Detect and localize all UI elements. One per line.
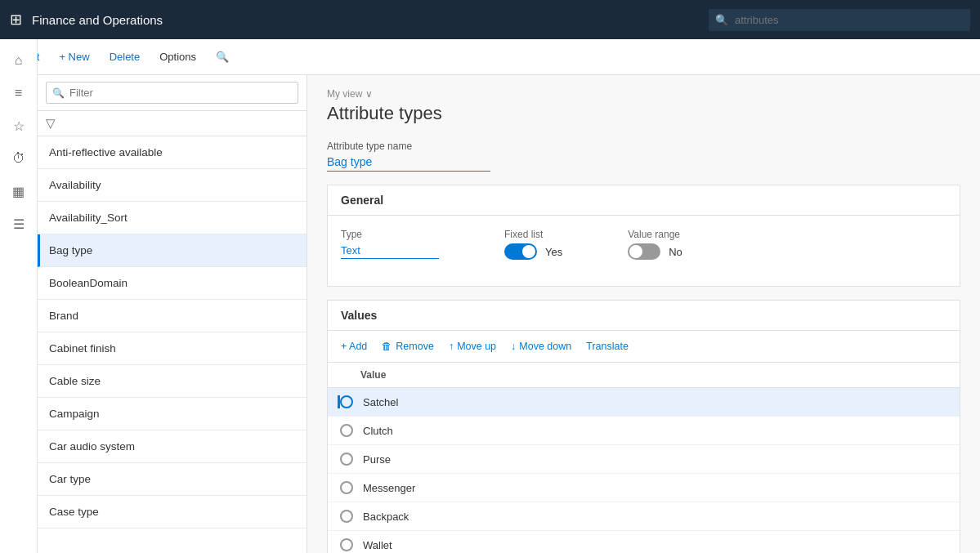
list-item-cabinet-finish[interactable]: Cabinet finish <box>38 332 307 365</box>
list-item-cable-size[interactable]: Cable size <box>38 365 307 398</box>
list-item-bag-type[interactable]: Bag type <box>38 234 307 267</box>
global-search-icon: 🔍 <box>715 14 728 26</box>
fixed-list-toggle-knob <box>522 245 535 258</box>
list-item-boolean-domain[interactable]: BooleanDomain <box>38 267 307 300</box>
value-row-messenger[interactable]: Messenger <box>328 474 960 502</box>
type-value[interactable]: Text <box>341 244 439 259</box>
values-header-row: Value <box>328 363 960 388</box>
value-range-toggle-label: No <box>669 246 682 258</box>
row-radio-wallet[interactable] <box>340 538 353 551</box>
row-label-backpack: Backpack <box>363 511 409 523</box>
move-up-button[interactable]: ↑ Move up <box>442 337 503 355</box>
row-label-messenger: Messenger <box>363 482 415 494</box>
chevron-down-icon: ∨ <box>365 88 373 100</box>
list-item-availability-sort[interactable]: Availability_Sort <box>38 202 307 234</box>
menu-lines-icon[interactable]: ≡ <box>4 78 34 108</box>
value-row-wallet[interactable]: Wallet <box>328 531 960 553</box>
general-grid: Type Text Fixed list Yes <box>341 229 946 273</box>
row-label-wallet: Wallet <box>363 539 392 551</box>
main-layout: 🔍 ▽ Anti-reflective availableAvailabilit… <box>38 75 980 553</box>
top-bar: ⊞ Finance and Operations 🔍 <box>0 0 980 39</box>
filter-bar: ▽ <box>38 111 307 136</box>
search-toolbar-button[interactable]: 🔍 <box>208 46 237 68</box>
remove-icon: 🗑 <box>382 341 392 352</box>
fixed-list-field-group: Fixed list Yes <box>504 229 562 260</box>
add-value-button[interactable]: + Add <box>334 337 374 355</box>
type-label: Type <box>341 229 439 240</box>
page-title: Attribute types <box>327 103 960 124</box>
row-radio-messenger[interactable] <box>340 481 353 494</box>
general-section-header: General <box>328 185 960 216</box>
move-down-icon: ↓ <box>511 341 516 352</box>
list-item-car-type[interactable]: Car type <box>38 463 307 496</box>
values-section-header: Values <box>328 301 960 331</box>
my-view-row: My view ∨ <box>327 88 960 100</box>
value-range-field-group: Value range No <box>628 229 682 260</box>
row-label-satchel: Satchel <box>363 396 398 408</box>
type-field-group: Type Text <box>341 229 439 259</box>
list-nav-icon[interactable]: ☰ <box>4 209 34 239</box>
value-row-purse[interactable]: Purse <box>328 445 960 474</box>
row-label-clutch: Clutch <box>363 425 393 437</box>
row-label-purse: Purse <box>363 453 391 466</box>
list-items-container: Anti-reflective availableAvailabilityAva… <box>38 136 307 553</box>
general-section: General Type Text Fixed list <box>327 185 960 287</box>
list-item-anti-reflective[interactable]: Anti-reflective available <box>38 136 307 169</box>
attr-name-value[interactable]: Bag type <box>327 155 490 172</box>
value-row-backpack[interactable]: Backpack <box>328 502 960 531</box>
app-title: Finance and Operations <box>32 13 699 27</box>
row-radio-clutch[interactable] <box>340 424 353 437</box>
left-sidebar: ⌂ ≡ ☆ ⏱ ▦ ☰ <box>0 39 38 553</box>
list-filter-input[interactable] <box>46 82 298 104</box>
value-range-toggle-group: No <box>628 243 682 260</box>
list-item-case-type[interactable]: Case type <box>38 496 307 528</box>
my-view-label[interactable]: My view <box>327 88 362 100</box>
favorites-icon[interactable]: ☆ <box>4 111 34 140</box>
fixed-list-toggle-group: Yes <box>504 243 562 260</box>
attr-name-label: Attribute type name <box>327 140 960 152</box>
list-item-brand[interactable]: Brand <box>38 300 307 332</box>
value-column-header: Value <box>360 369 386 381</box>
delete-button[interactable]: Delete <box>101 46 149 68</box>
list-item-availability[interactable]: Availability <box>38 169 307 202</box>
list-item-car-audio-system[interactable]: Car audio system <box>38 430 307 463</box>
detail-panel: My view ∨ Attribute types Attribute type… <box>307 75 980 553</box>
values-toolbar: + Add 🗑 Remove ↑ Move up ↓ Move down Tra… <box>328 331 960 363</box>
list-filter-area: 🔍 <box>38 75 307 111</box>
grid-menu-button[interactable]: ⊞ <box>10 11 22 29</box>
move-down-button[interactable]: ↓ Move down <box>504 337 578 355</box>
translate-button[interactable]: Translate <box>579 337 635 355</box>
attr-name-section: Attribute type name Bag type <box>327 140 960 172</box>
values-rows-container: SatchelClutchPurseMessengerBackpackWalle… <box>328 388 960 553</box>
value-range-toggle[interactable] <box>628 243 660 260</box>
values-table: Value SatchelClutchPurseMessengerBackpac… <box>328 363 960 553</box>
options-button[interactable]: Options <box>151 46 204 68</box>
row-radio-satchel[interactable] <box>340 395 353 408</box>
list-panel: 🔍 ▽ Anti-reflective availableAvailabilit… <box>38 75 307 553</box>
row-radio-backpack[interactable] <box>340 510 353 523</box>
fixed-list-toggle-label: Yes <box>545 246 562 258</box>
remove-value-button[interactable]: 🗑 Remove <box>375 337 441 355</box>
row-radio-purse[interactable] <box>340 453 353 466</box>
value-range-toggle-knob <box>629 245 642 258</box>
global-search-input[interactable] <box>709 9 970 31</box>
move-up-icon: ↑ <box>449 341 454 352</box>
general-section-body: Type Text Fixed list Yes <box>328 216 960 286</box>
recent-icon[interactable]: ⏱ <box>4 144 34 173</box>
value-range-label: Value range <box>628 229 682 240</box>
value-row-satchel[interactable]: Satchel <box>328 388 960 417</box>
filter-icon[interactable]: ▽ <box>46 116 56 131</box>
fixed-list-label: Fixed list <box>504 229 562 240</box>
value-row-clutch[interactable]: Clutch <box>328 417 960 445</box>
action-toolbar: Edit + New Delete Options 🔍 <box>0 39 980 75</box>
fixed-list-toggle[interactable] <box>504 243 537 260</box>
global-search-wrapper: 🔍 <box>709 9 970 31</box>
list-item-campaign[interactable]: Campaign <box>38 398 307 430</box>
workspace-icon[interactable]: ▦ <box>4 176 34 206</box>
home-icon[interactable]: ⌂ <box>4 46 34 75</box>
filter-search-icon: 🔍 <box>52 87 65 99</box>
new-button[interactable]: + New <box>51 46 97 68</box>
values-section: Values + Add 🗑 Remove ↑ Move up ↓ Move d… <box>327 300 960 553</box>
